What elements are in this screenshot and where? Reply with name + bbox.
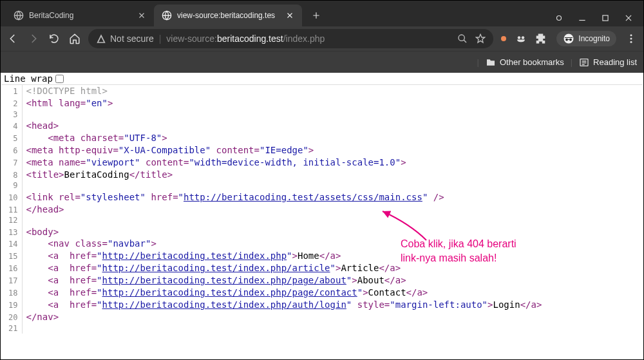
source-line: 19 <a href="http://beritacoding.test/ind… xyxy=(1,299,542,311)
source-line: 21 xyxy=(1,323,542,334)
circle-icon[interactable] xyxy=(554,14,564,23)
extensions-icon[interactable] xyxy=(536,33,547,44)
nav-link[interactable]: http://beritacoding.test/index.php/artic… xyxy=(102,263,330,273)
reading-list-label: Reading list xyxy=(593,57,637,67)
source-line: 10<link rel="stylesheet" href="http://be… xyxy=(1,191,542,204)
incognito-icon xyxy=(563,33,574,44)
bookmark-star-icon[interactable] xyxy=(475,33,486,44)
extension-icon[interactable] xyxy=(515,33,527,44)
other-bookmarks-label: Other bookmarks xyxy=(500,57,564,67)
security-chip[interactable]: Not secure xyxy=(96,33,154,44)
svg-point-12 xyxy=(630,41,632,43)
svg-point-4 xyxy=(459,35,464,41)
globe-icon xyxy=(14,10,24,21)
source-line: 18 <a href="http://beritacoding.test/ind… xyxy=(1,287,542,299)
toolbar: Not secure | view-source:beritacoding.te… xyxy=(1,26,643,51)
nav-link[interactable]: http://beritacoding.test/index.php/page/… xyxy=(102,275,346,285)
source-line: 20</nav> xyxy=(1,311,542,323)
source-line: 12 xyxy=(1,215,542,225)
source-line: 4<head> xyxy=(1,120,542,132)
source-line: 13<body> xyxy=(1,226,542,238)
line-wrap-label: Line wrap xyxy=(4,73,53,84)
nav-link[interactable]: http://beritacoding.test/index.php/auth/… xyxy=(102,299,346,310)
separator: | xyxy=(159,33,162,44)
source-line: 9 xyxy=(1,180,542,191)
svg-point-5 xyxy=(518,36,521,39)
svg-point-7 xyxy=(564,34,574,44)
svg-point-9 xyxy=(569,39,572,41)
line-wrap-checkbox[interactable] xyxy=(55,75,64,83)
address-bar[interactable]: Not secure | view-source:beritacoding.te… xyxy=(88,29,493,48)
globe-icon xyxy=(162,10,172,21)
page-content: Line wrap 1<!DOCTYPE html> 2<html lang="… xyxy=(1,73,643,359)
folder-icon xyxy=(486,57,496,68)
nav-link[interactable]: http://beritacoding.test/index.php/page/… xyxy=(102,287,357,298)
tab-title: view-source:beritacoding.tes xyxy=(177,11,280,20)
other-bookmarks-button[interactable]: Other bookmarks xyxy=(486,57,564,68)
home-icon[interactable] xyxy=(69,33,80,44)
toolbar-right: Incognito xyxy=(501,31,637,46)
url-display: view-source:beritacoding.test/index.php xyxy=(166,33,325,44)
source-line: 17 <a href="http://beritacoding.test/ind… xyxy=(1,274,542,287)
svg-point-8 xyxy=(565,39,568,41)
list-icon xyxy=(579,57,589,68)
svg-point-6 xyxy=(522,36,525,39)
tab-title: BeritaCoding xyxy=(29,11,132,20)
tab-active[interactable]: view-source:beritacoding.tes xyxy=(154,5,302,26)
browser-chrome: BeritaCoding view-source:beritacoding.te… xyxy=(1,1,643,73)
close-icon[interactable] xyxy=(285,11,294,20)
forward-icon[interactable] xyxy=(28,33,39,44)
extension-icon[interactable] xyxy=(501,36,506,41)
incognito-label: Incognito xyxy=(578,34,610,43)
close-icon[interactable] xyxy=(137,11,146,20)
minimize-icon[interactable] xyxy=(578,14,587,23)
svg-point-2 xyxy=(557,16,562,21)
maximize-icon[interactable] xyxy=(601,14,610,23)
security-label: Not secure xyxy=(110,33,154,44)
warning-icon xyxy=(96,33,106,44)
window-controls xyxy=(549,14,643,23)
annotation-text: Coba klik, jika 404 berarti link-nya mas… xyxy=(401,237,516,265)
incognito-chip[interactable]: Incognito xyxy=(556,31,616,46)
new-tab-button[interactable] xyxy=(307,6,325,24)
menu-icon[interactable] xyxy=(625,33,637,44)
source-line: 8<title>BeritaCoding</title> xyxy=(1,169,542,181)
tab-inactive[interactable]: BeritaCoding xyxy=(6,5,154,26)
source-line: 5 <meta charset="UTF-8"> xyxy=(1,132,542,144)
source-line: 1<!DOCTYPE html> xyxy=(1,85,542,97)
bookmark-bar: | Other bookmarks | Reading list xyxy=(1,51,643,73)
stylesheet-link[interactable]: http://beritacoding.test/assets/css/main… xyxy=(184,192,422,202)
separator: | xyxy=(571,57,573,67)
separator: | xyxy=(477,57,479,67)
svg-rect-3 xyxy=(603,15,608,21)
search-icon[interactable] xyxy=(457,33,468,44)
close-window-icon[interactable] xyxy=(624,14,633,23)
nav-link[interactable]: http://beritacoding.test/index.php xyxy=(102,251,287,261)
source-line: 11</head> xyxy=(1,204,542,216)
tab-strip: BeritaCoding view-source:beritacoding.te… xyxy=(1,1,643,26)
nav-buttons xyxy=(7,33,80,44)
source-line: 7<meta name="viewport" content="width=de… xyxy=(1,156,542,169)
reload-icon[interactable] xyxy=(48,33,60,44)
source-line: 2<html lang="en"> xyxy=(1,97,542,109)
reading-list-button[interactable]: Reading list xyxy=(579,57,637,68)
svg-point-10 xyxy=(630,34,632,36)
line-wrap-bar: Line wrap xyxy=(1,73,643,85)
source-view: 1<!DOCTYPE html> 2<html lang="en"> 3 4<h… xyxy=(1,85,542,334)
source-line: 3 xyxy=(1,109,542,120)
source-line: 6<meta http-equiv="X-UA-Compatible" cont… xyxy=(1,144,542,156)
svg-point-11 xyxy=(630,38,632,40)
back-icon[interactable] xyxy=(7,33,19,44)
